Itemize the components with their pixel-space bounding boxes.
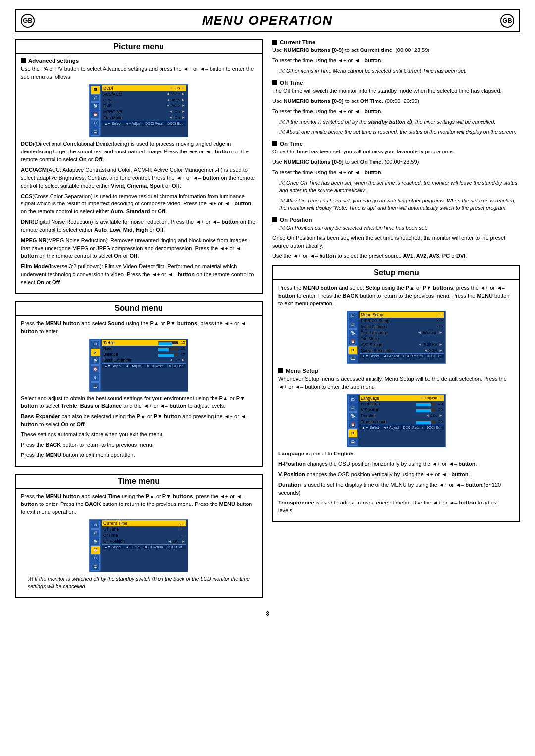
icon-setup-t: ⚙ <box>91 554 100 562</box>
setup-menu-icons: 🖼 🔊 📡 ⏰ ⚙ 💻 <box>347 311 358 363</box>
icon-time-su: ⏰ <box>348 338 357 346</box>
lang-row-language: Language ◄ English ► <box>360 395 444 401</box>
heading-icon <box>21 58 26 63</box>
on-position-heading: On Position <box>272 217 520 223</box>
setup-lang-icons: 🖼 🔊 📡 ⏰ ⚙ 💻 <box>347 395 358 447</box>
on-position-body2: Use the ◄+ or ◄– button to select the pr… <box>272 252 520 260</box>
off-time-heading: Off Time <box>272 80 520 86</box>
menu-row-accacm: ACC/ACM ◄ Vivid ► <box>102 91 186 97</box>
off-time-body3: To reset the time using the ◄+ or ◄– but… <box>272 108 520 116</box>
icon-sound: 🔊 <box>91 94 100 102</box>
icon-picture-s: 🖼 <box>91 340 100 348</box>
on-time-heading: On Time <box>272 141 520 147</box>
on-time-body1: Once On Time has been set, you will not … <box>272 148 520 156</box>
dnr-text: DNR(Digital Noise Reduction) is availabl… <box>21 218 257 234</box>
heading-icon-ms <box>278 368 283 373</box>
icon-time-t: ⏰ <box>91 546 100 554</box>
icon-picture: 🖼 <box>91 86 100 94</box>
setup-row-native: Native Resolution ◄ XGA ► <box>360 348 444 353</box>
vpos-text: V-Position changes the OSD position vert… <box>278 471 514 479</box>
on-position-body1: Once On Position has been set, when the … <box>272 234 520 250</box>
menu-left-icons: 🖼 🔊 📡 ⏰ ⚙ 💻 <box>90 85 101 137</box>
sound-menu-section: Sound menu Press the MENU button and sel… <box>15 301 263 467</box>
acc-text: ACC/ACM(ACC: Adaptive Contrast and Color… <box>21 166 257 190</box>
icon-pcadj: 💻 <box>91 128 100 136</box>
sound-body5: Press the MENU button to exit menu opera… <box>21 452 257 459</box>
on-time-note1: ℳ Once On Time has been set, when the se… <box>272 179 520 194</box>
current-time-body1: Use NUMERIC buttons [0-9] to set Current… <box>272 47 520 54</box>
language-text: Language is preset to English. <box>278 450 514 458</box>
on-time-body3: To reset the time using the ◄+ or ◄– but… <box>272 169 520 177</box>
menu-footer-lang: ▲▼ Select◄+ AdjustDCCi ReturnDCCi Exit <box>360 425 444 430</box>
icon-tuner-sl: 📡 <box>348 412 357 420</box>
setup-menu-intro: Press the MENU button and select Setup u… <box>278 284 514 308</box>
menu-row-filmmode: Film Mode ◄ On ► <box>102 115 186 121</box>
menu-row-dcdi: DCDi ◄ On ► <box>102 85 186 91</box>
time-menu-note: ℳ If the monitor is switched off by the … <box>21 575 257 590</box>
badge-right: GB <box>500 14 514 28</box>
menu-footer-picture: ▲▼ Select◄+ AdjustDCCi ResetDCCi Exit <box>102 121 186 126</box>
setup-menu-section: Setup menu Press the MENU button and sel… <box>272 265 520 522</box>
sound-menu-title: Sound menu <box>16 302 262 316</box>
icon-sound-su: 🔊 <box>348 321 357 329</box>
time-row-ontime: OnTime --:-- <box>102 532 186 538</box>
off-time-body2: Use NUMERIC buttons [0-9] to set Off Tim… <box>272 98 520 105</box>
menu-footer-setup: ▲▼ Select◄+ AdjustDCCi ReturnDCCi Exit <box>360 353 444 358</box>
current-time-note: ℳ Other items in Time Menu cannot be sel… <box>272 67 520 75</box>
icon-time-sl: ⏰ <box>348 421 357 429</box>
icon-tuner: 📡 <box>91 102 100 110</box>
setup-row-pippop2: PIP/POP Setup >>> <box>360 318 444 324</box>
menu-row-mpegnr: MPEG NR ◄ On ► <box>102 109 186 115</box>
setup-row-pippop: Menu Setup ---- <box>360 312 444 318</box>
icon-sound-t: 🔊 <box>91 529 100 537</box>
sound-row-bassexpander: Bass Expander ◄ Off ► <box>102 357 186 363</box>
icon-pcadj-sl: 💻 <box>348 438 357 446</box>
menu-footer-sound: ▲▼ Select◄+ AdjustDCCi ResetDCCi Exit <box>102 363 186 368</box>
icon-setup-su: ⚙ <box>348 346 357 354</box>
off-time-note2: ℳ About one minute before the set time i… <box>272 128 520 136</box>
menu-row-ccs: CCS ◄ Auto ► <box>102 97 186 103</box>
picture-menu-content: Advanced settings Use the PA or PV butto… <box>16 54 262 293</box>
advanced-settings-intro: Use the PA or PV button to select Advanc… <box>21 65 257 81</box>
time-menu-intro: Press the MENU button and select Time us… <box>21 493 257 516</box>
right-column: Current Time Use NUMERIC buttons [0-9] t… <box>272 39 520 605</box>
time-row-onpos: On Position ◄ DVI ► <box>102 538 186 544</box>
sound-menu-intro: Press the MENU button and select Sound u… <box>21 320 257 336</box>
time-menu-title: Time menu <box>16 475 262 489</box>
on-time-note2: ℳ After On Time has been set, you can go… <box>272 197 520 212</box>
dcdi-text: DCDi(Directional Correlational Deinterla… <box>21 140 257 164</box>
icon-pcadj-su: 💻 <box>348 354 357 362</box>
menu-setup-heading: Menu Setup <box>278 368 514 374</box>
setup-row-textlang: Text Language ◄ Western ► <box>360 330 444 336</box>
icon-pcadj-t: 💻 <box>91 563 100 571</box>
sound-body3: These settings automatically store when … <box>21 431 257 439</box>
heading-icon-ontime <box>272 141 277 146</box>
page: GB MENU OPERATION GB Picture menu Advanc… <box>0 0 535 756</box>
sound-menu-icons: 🖼 🔊 📡 ⏰ ⚙ 💻 <box>90 339 101 391</box>
icon-pcadj-s: 💻 <box>91 382 100 390</box>
current-time-section: Current Time Use NUMERIC buttons [0-9] t… <box>272 39 520 75</box>
time-menu-section: Time menu Press the MENU button and sele… <box>15 474 263 598</box>
icon-time: ⏰ <box>91 111 100 119</box>
heading-icon-ot <box>272 80 277 85</box>
on-time-body2: Use NUMERIC buttons [0-9] to set On Time… <box>272 158 520 166</box>
setup-row-av2: AV2 Setting ◄ RGBHV ► <box>360 342 444 348</box>
icon-picture-t: 🖼 <box>91 521 100 529</box>
picture-menu-items: DCDi ◄ On ► ACC/ACM ◄ Vivid ► <box>101 85 188 137</box>
time-row-offtime: Off Time --:-- <box>102 526 186 532</box>
icon-tuner-s: 📡 <box>91 357 100 365</box>
picture-menu-mockup: 🖼 🔊 📡 ⏰ ⚙ 💻 DCDi ◄ On <box>89 84 188 137</box>
picture-menu-section: Picture menu Advanced settings Use the P… <box>15 39 263 294</box>
icon-sound-s: 🔊 <box>91 349 100 356</box>
on-time-section: On Time Once On Time has been set, you w… <box>272 141 520 212</box>
setup-menu-content: Press the MENU button and select Setup u… <box>273 280 519 521</box>
off-time-note1: ℳ If the monitor is switched off by the … <box>272 118 520 126</box>
setup-row-tilemode: Tile Mode <box>360 336 444 342</box>
current-time-heading: Current Time <box>272 39 520 45</box>
setup-lang-items: Language ◄ English ► H-Position 50 <box>358 395 445 447</box>
lang-row-vpos: V-Position 50 <box>360 407 444 413</box>
sound-menu-content: Press the MENU button and select Sound u… <box>16 316 262 466</box>
heading-icon-ct <box>272 40 277 45</box>
page-number: 8 <box>15 610 520 617</box>
heading-icon-onpos <box>272 217 277 222</box>
